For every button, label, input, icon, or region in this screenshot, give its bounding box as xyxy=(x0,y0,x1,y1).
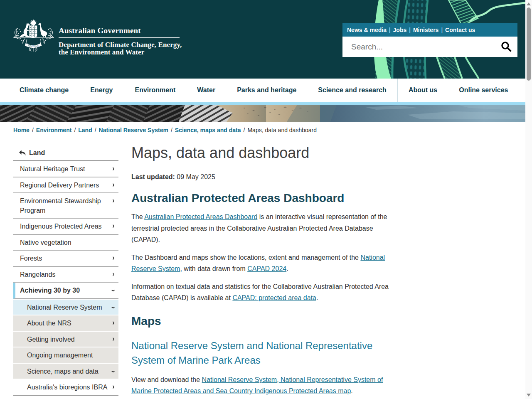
svg-text:AUSTRALIA: AUSTRALIA xyxy=(28,45,39,47)
